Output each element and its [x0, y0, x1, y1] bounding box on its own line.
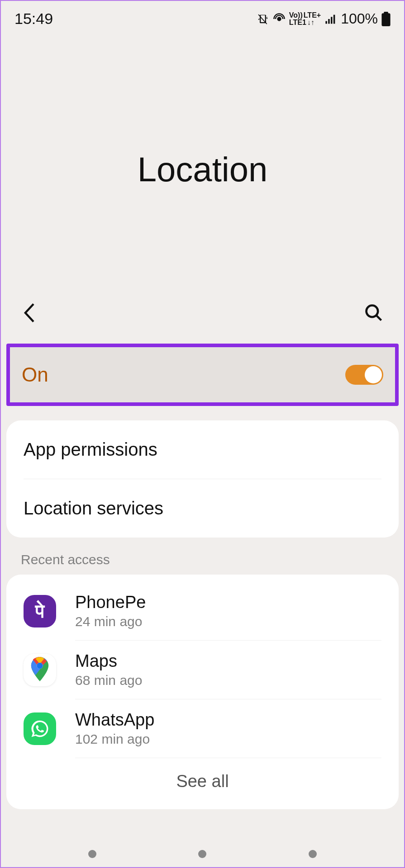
status-right: Vo)) LTE+ LTE1 ↓↑ 100%	[257, 10, 391, 27]
app-row-phonepe[interactable]: पे PhonePe 24 min ago	[6, 582, 399, 640]
svg-rect-2	[328, 19, 330, 24]
location-services-item[interactable]: Location services	[6, 479, 399, 538]
vibrate-icon	[257, 13, 269, 25]
app-time: 102 min ago	[75, 731, 381, 747]
svg-point-7	[367, 306, 378, 317]
svg-point-9	[37, 662, 43, 668]
hotspot-icon	[273, 13, 286, 25]
maps-app-icon	[24, 654, 56, 686]
nav-bar	[1, 850, 404, 858]
app-time: 68 min ago	[75, 673, 381, 688]
app-name: Maps	[75, 651, 381, 671]
phonepe-app-icon: पे	[24, 595, 56, 627]
svg-point-0	[277, 17, 281, 20]
nav-recents[interactable]	[88, 850, 96, 858]
app-row-whatsapp[interactable]: WhatsApp 102 min ago	[6, 699, 399, 758]
svg-rect-4	[334, 14, 335, 24]
settings-card: App permissions Location services	[6, 420, 399, 538]
lte-indicator: Vo)) LTE+ LTE1 ↓↑	[289, 12, 321, 26]
signal-icon	[324, 13, 337, 25]
toolbar	[1, 302, 404, 326]
nav-back[interactable]	[309, 850, 317, 858]
toggle-switch[interactable]	[345, 365, 383, 385]
battery-icon	[381, 12, 391, 26]
back-button[interactable]	[21, 302, 38, 326]
app-info: PhonePe 24 min ago	[75, 593, 381, 629]
recent-card: पे PhonePe 24 min ago Maps 68 min ago Wh…	[6, 575, 399, 809]
toggle-label: On	[22, 363, 48, 386]
search-button[interactable]	[364, 303, 384, 325]
see-all-button[interactable]: See all	[6, 758, 399, 809]
app-time: 24 min ago	[75, 614, 381, 629]
page-title: Location	[1, 150, 404, 189]
battery-percent: 100%	[341, 10, 378, 27]
app-permissions-item[interactable]: App permissions	[6, 420, 399, 479]
app-info: Maps 68 min ago	[75, 651, 381, 688]
svg-rect-3	[331, 17, 333, 24]
app-name: PhonePe	[75, 593, 381, 612]
svg-rect-1	[325, 21, 327, 24]
toggle-knob	[365, 366, 382, 383]
recent-access-header: Recent access	[21, 552, 404, 567]
nav-home[interactable]	[198, 850, 206, 858]
app-name: WhatsApp	[75, 710, 381, 730]
whatsapp-app-icon	[24, 712, 56, 745]
svg-rect-5	[381, 13, 390, 26]
status-bar: 15:49 Vo)) LTE+ LTE1 ↓↑ 100%	[1, 1, 404, 37]
svg-rect-6	[384, 12, 388, 14]
app-row-maps[interactable]: Maps 68 min ago	[6, 641, 399, 699]
location-toggle-row[interactable]: On	[6, 344, 399, 406]
app-info: WhatsApp 102 min ago	[75, 710, 381, 747]
status-time: 15:49	[14, 10, 53, 28]
